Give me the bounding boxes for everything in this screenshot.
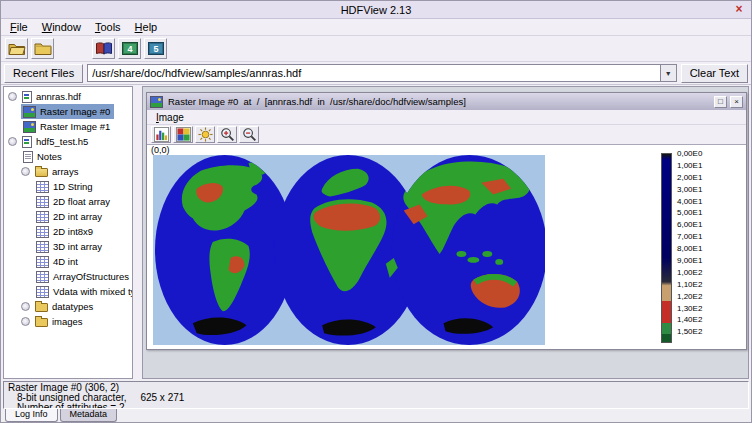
tree-item-label: datatypes (50, 301, 95, 312)
tree-item[interactable]: 2D int8x9 (4, 224, 132, 239)
file-tree[interactable]: annras.hdf Raster Image #0 Raster Image … (3, 86, 133, 379)
tree-item[interactable]: images (4, 314, 132, 329)
tree-item-icon (36, 271, 49, 283)
brightness-button[interactable] (195, 126, 215, 143)
tree-item-label: 4D int (51, 256, 80, 267)
open-file-button[interactable] (5, 38, 28, 59)
tree-item-label: Notes (35, 151, 64, 162)
tree-item-icon (23, 106, 36, 118)
colorbar-tick-label: 0,00E0 (677, 148, 739, 160)
tree-item[interactable]: hdf5_test.h5 (4, 134, 132, 149)
tree-item[interactable]: Raster Image #0 (4, 104, 132, 119)
tree-item-label: Raster Image #0 (38, 106, 112, 117)
colorbar-tick-label: 1,40E2 (677, 314, 739, 326)
frame-close-button[interactable]: × (730, 96, 743, 108)
zoom-in-button[interactable] (217, 126, 237, 143)
tree-item[interactable]: datatypes (4, 299, 132, 314)
tree-item[interactable]: 2D float array (4, 194, 132, 209)
colorbar-tick-label: 6,00E1 (677, 219, 739, 231)
colorbar-tick-label: 1,10E2 (677, 279, 739, 291)
tree-item-label: Raster Image #1 (38, 121, 112, 132)
pixel-coordinates: (0,0) (151, 145, 170, 155)
frame-titlebar[interactable]: Raster Image #0 at / [annras.hdf in /usr… (147, 93, 746, 110)
colorbar-tick-label: 1,50E2 (677, 326, 739, 338)
tree-item-content: Notes (21, 149, 66, 164)
tree-item-icon (36, 181, 49, 193)
menu-item[interactable]: Tools (89, 20, 127, 34)
tree-item-content: 2D int array (34, 209, 106, 224)
tree-item-label: annras.hdf (34, 91, 83, 102)
tree-expand-handle-icon[interactable] (21, 302, 30, 311)
tree-item-content: 3D int array (34, 239, 106, 254)
combobox-dropdown-button[interactable]: ▼ (660, 65, 676, 81)
tree-item[interactable]: Raster Image #1 (4, 119, 132, 134)
tree-item[interactable]: arrays (4, 164, 132, 179)
zoom-out-button[interactable] (239, 126, 259, 143)
image-viewport[interactable]: (0,0) (147, 144, 746, 349)
closed-folder-icon (34, 41, 52, 56)
desktop-pane: Raster Image #0 at / [annras.hdf in /usr… (142, 86, 749, 379)
file-path-value: /usr/share/doc/hdfview/samples/annras.hd… (88, 67, 660, 79)
close-file-button[interactable] (31, 38, 54, 59)
file-path-combobox[interactable]: /usr/share/doc/hdfview/samples/annras.hd… (87, 64, 677, 82)
main-split-pane: annras.hdf Raster Image #0 Raster Image … (1, 85, 751, 380)
tree-item[interactable]: 4D int (4, 254, 132, 269)
tree-expand-handle-icon[interactable] (21, 167, 30, 176)
tree-item-content: Vdata with mixed type (34, 284, 133, 299)
palette-button[interactable] (173, 126, 193, 143)
frame-title: Raster Image #0 at / [annras.hdf in /usr… (168, 96, 711, 107)
palette-icon (176, 127, 191, 142)
bottom-tab[interactable]: Log Info (5, 409, 58, 422)
help-button[interactable] (92, 38, 115, 59)
tree-item-content: images (33, 314, 87, 329)
hdfview-window: HDFView 2.13 × FileWindowToolsHelp (0, 0, 752, 423)
raster-image-frame[interactable]: Raster Image #0 at / [annras.hdf in /usr… (146, 92, 747, 350)
tree-item-icon (36, 286, 49, 298)
menu-item[interactable]: Help (129, 20, 164, 34)
window-titlebar[interactable]: HDFView 2.13 × (1, 1, 751, 19)
raster-image[interactable] (153, 155, 545, 345)
recent-files-button[interactable]: Recent Files (4, 64, 83, 83)
menu-item[interactable]: File (4, 20, 34, 34)
tree-item-label: 2D int array (51, 211, 104, 222)
clear-text-button[interactable]: Clear Text (681, 64, 748, 83)
bottom-tabs: Log InfoMetadata (1, 409, 751, 422)
tree-item-content: ArrayOfStructures (34, 269, 133, 284)
image-menu[interactable]: Image (151, 112, 189, 123)
hdf4-library-button[interactable]: 4 (118, 38, 141, 59)
bottom-tab[interactable]: Metadata (60, 409, 118, 422)
tree-item-content: hdf5_test.h5 (20, 134, 92, 149)
tree-item-icon (23, 151, 33, 163)
tree-expand-handle-icon[interactable] (8, 137, 17, 146)
brightness-sun-icon (198, 127, 213, 142)
tree-item-label: arrays (50, 166, 80, 177)
tree-item[interactable]: annras.hdf (4, 89, 132, 104)
window-close-button[interactable]: × (732, 3, 746, 17)
zoom-out-icon (242, 127, 257, 142)
colorbar-tick-label: 9,00E1 (677, 255, 739, 267)
colorbar-tick-label: 1,00E2 (677, 267, 739, 279)
tree-item-icon (36, 196, 49, 208)
tree-expand-handle-icon[interactable] (21, 317, 30, 326)
world-map-svg (153, 155, 545, 345)
tree-item-label: hdf5_test.h5 (34, 136, 90, 147)
menu-bar: FileWindowToolsHelp (1, 19, 751, 36)
histogram-button[interactable] (151, 126, 171, 143)
raster-image-icon (150, 96, 163, 108)
tree-item-label: 3D int array (51, 241, 104, 252)
tree-item[interactable]: 1D String (4, 179, 132, 194)
tree-item[interactable]: Notes (4, 149, 132, 164)
tree-item[interactable]: Vdata with mixed type (4, 284, 132, 299)
tree-item[interactable]: 2D int array (4, 209, 132, 224)
tree-item[interactable]: ArrayOfStructures (4, 269, 132, 284)
tree-item[interactable]: 3D int array (4, 239, 132, 254)
status-log[interactable]: Raster Image #0 (306, 2) 8-bit unsigned … (3, 381, 749, 409)
hdf5-library-button[interactable]: 5 (144, 38, 167, 59)
tree-item-label: 2D float array (51, 196, 112, 207)
tree-expand-handle-icon[interactable] (8, 92, 17, 101)
split-divider[interactable] (133, 85, 142, 380)
menu-item[interactable]: Window (36, 20, 87, 34)
colorbar-gradient (661, 153, 672, 343)
frame-maximize-button[interactable]: □ (714, 96, 727, 108)
tree-item-label: Vdata with mixed type (51, 286, 133, 297)
